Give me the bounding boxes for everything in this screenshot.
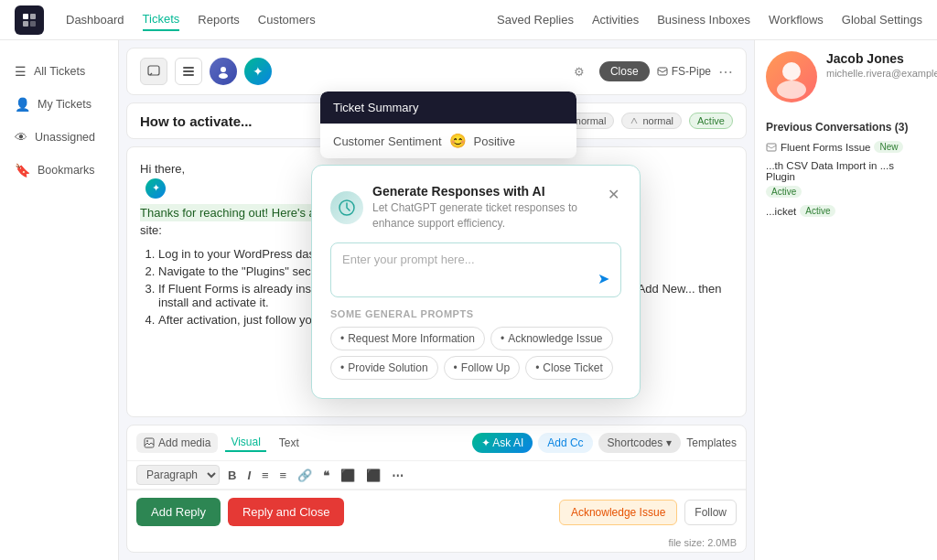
bullet-icon: • [535,361,539,374]
ai-modal-header: Generate Responses with AI Let ChatGPT g… [330,184,621,232]
chip-request-info[interactable]: • Request More Information [330,327,485,350]
ai-modal-icon [330,191,363,224]
bullet-icon: • [340,361,344,374]
chip-follow-up[interactable]: • Follow Up [444,356,521,380]
ai-modal-overlay: Generate Responses with AI Let ChatGPT g… [0,0,937,560]
ai-modal-close-button[interactable]: ✕ [606,184,621,205]
ai-modal-text: Generate Responses with AI Let ChatGPT g… [372,184,606,232]
ai-prompt-chips: • Request More Information • Acknowledge… [330,327,621,380]
ai-modal: Generate Responses with AI Let ChatGPT g… [311,165,641,399]
bullet-icon: • [340,332,344,345]
ai-modal-title-row: Generate Responses with AI Let ChatGPT g… [330,184,606,232]
ai-modal-title: Generate Responses with AI [372,184,606,199]
ai-prompt-placeholder: Enter your prompt here... [342,253,475,266]
bullet-icon: • [454,361,458,374]
ai-modal-description: Let ChatGPT generate ticket responses to… [372,200,606,232]
bullet-icon: • [501,332,504,345]
chip-acknowledge[interactable]: • Acknowledge Issue [490,327,613,350]
chip-close-ticket[interactable]: • Close Ticket [525,356,613,380]
ai-prompt-area[interactable]: Enter your prompt here... ➤ [330,242,621,297]
chip-provide-solution[interactable]: • Provide Solution [330,356,438,380]
ai-prompts-label: SOME GENERAL PROMPTS [330,308,621,319]
ai-send-button[interactable]: ➤ [598,270,609,287]
